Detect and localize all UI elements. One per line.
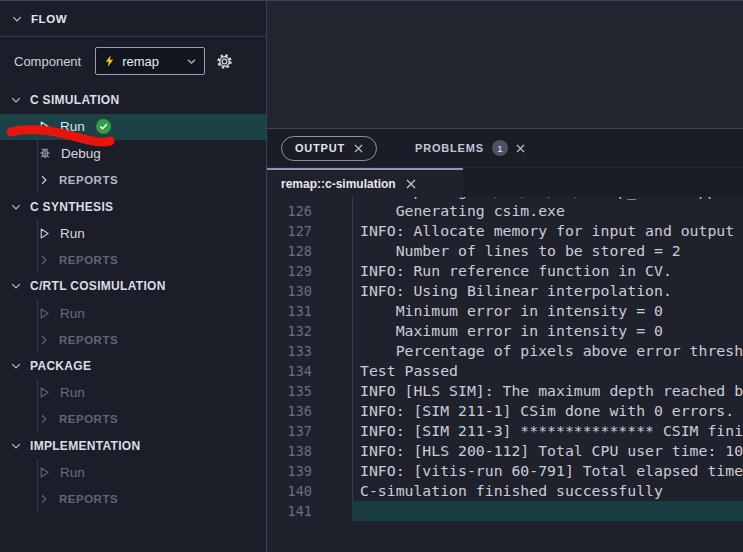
indent-guide [37,114,38,141]
line-number: 132 [267,321,312,341]
component-row: Component remap [0,45,266,77]
component-dropdown[interactable]: remap [95,47,205,75]
chevron-right-icon [38,334,50,346]
line-number: 130 [267,281,312,301]
console-line: 135INFO [HLS SIM]: The maximum depth rea… [267,381,743,401]
line-text: Percentage of pixels above error thresho… [352,341,743,361]
item-label: REPORTS [59,334,118,346]
indent-guide [37,486,38,513]
sidebar-item-c-synthesis-reports[interactable]: REPORTS [0,247,266,274]
line-number: 140 [267,481,312,501]
sidebar-item-c-synthesis-run[interactable]: Run [0,220,266,247]
line-text: Maximum error in intensity = 0 [352,321,743,341]
section-header-package[interactable]: PACKAGE [0,353,266,380]
bug-icon [38,146,52,160]
line-text: INFO: [HLS 200-112] Total CPU user time:… [352,441,743,461]
section-header-c-rtl-cosimulation[interactable]: C/RTL COSIMULATION [0,273,266,300]
section-label: C SIMULATION [30,93,119,107]
line-text: Generating csim.exe [352,201,743,221]
chevron-down-icon [186,56,197,67]
gear-icon[interactable] [215,52,234,71]
line-text: INFO: [SIM 211-1] CSim done with 0 error… [352,401,743,421]
sidebar-item-package-run[interactable]: Run [0,380,266,407]
chevron-down-icon [10,440,22,452]
console-line: 141 [267,501,743,521]
section-label: IMPLEMENTATION [30,439,140,453]
line-text: Number of lines to be stored = 2 [352,241,743,261]
section-header-implementation[interactable]: IMPLEMENTATION [0,433,266,460]
console-line: 133 Percentage of pixels above error thr… [267,341,743,361]
item-label: REPORTS [59,413,118,425]
item-label: Run [60,119,85,134]
success-check-icon [96,119,111,134]
item-label: Run [60,226,85,241]
play-icon [38,386,51,399]
console-line: 134Test Passed [267,361,743,381]
flow-panel-header[interactable]: FLOW [0,1,266,37]
chevron-down-icon [10,94,22,106]
vitis-ide-window: FLOW Component remap C SIMUL [0,0,743,552]
section-header-c-synthesis[interactable]: C SYNTHESIS [0,193,266,220]
flow-panel-title: FLOW [31,13,67,25]
line-text: INFO: [SIM 211-3] *************** CSIM f… [352,421,743,441]
line-number: 126 [267,201,312,221]
panel-tab-bar: OUTPUT PROBLEMS 1 [267,129,743,167]
play-icon [38,466,51,479]
chevron-right-icon [38,493,50,505]
console-line: 132 Maximum error in intensity = 0 [267,321,743,341]
close-icon[interactable] [354,144,363,153]
editor-empty-area [267,1,743,129]
close-icon[interactable] [516,144,525,153]
section-label: C/RTL COSIMULATION [30,279,166,293]
chevron-down-icon [10,360,22,372]
console-line: 137INFO: [SIM 211-3] *************** CSI… [267,421,743,441]
console-line: 131 Minimum error in intensity = 0 [267,301,743,321]
sidebar-item-c-rtl-cosimulation-run[interactable]: Run [0,300,266,327]
play-icon [38,120,51,133]
sidebar-item-c-simulation-run[interactable]: Run [0,114,266,141]
sidebar-item-c-simulation-reports[interactable]: REPORTS [0,167,266,194]
sidebar-item-c-rtl-cosimulation-reports[interactable]: REPORTS [0,326,266,353]
console-output[interactable]: Compiling ../../../../remap_accel.cpp in… [267,197,743,552]
section-label: C SYNTHESIS [30,200,113,214]
tab-output[interactable]: OUTPUT [281,136,377,161]
tab-problems[interactable]: PROBLEMS 1 [415,140,525,156]
line-number: 131 [267,301,312,321]
line-text: Minimum error in intensity = 0 [352,301,743,321]
line-number: 127 [267,221,312,241]
indent-guide [37,459,38,486]
output-channel-tab-bar: remap::c-simulation [267,167,743,197]
line-text: INFO: [vitis-run 60-791] Total elapsed t… [352,461,743,481]
indent-guide [37,140,38,167]
chevron-right-icon [38,254,50,266]
item-label: REPORTS [59,493,118,505]
indent-guide [37,380,38,407]
tab-remap-c-simulation[interactable]: remap::c-simulation [267,168,463,197]
chevron-down-icon [11,13,23,25]
line-number: 134 [267,361,312,381]
console-line: 129INFO: Run reference function in CV. [267,261,743,281]
sidebar-item-package-reports[interactable]: REPORTS [0,406,266,433]
flow-sidebar: FLOW Component remap C SIMUL [0,1,267,552]
line-text: INFO: Run reference function in CV. [352,261,743,281]
item-label: Run [60,306,85,321]
indent-guide [37,167,38,194]
indent-guide [37,247,38,274]
sidebar-item-c-simulation-debug[interactable]: Debug [0,140,266,167]
sidebar-item-implementation-reports[interactable]: REPORTS [0,486,266,513]
component-label: Component [14,54,81,69]
chevron-down-icon [10,280,22,292]
close-icon[interactable] [406,179,416,189]
line-number: 139 [267,461,312,481]
section-header-c-simulation[interactable]: C SIMULATION [0,87,266,114]
console-line: 126 Generating csim.exe [267,201,743,221]
console-line: 140C-simulation finished successfully [267,481,743,501]
item-label: REPORTS [59,174,118,186]
chevron-right-icon [38,413,50,425]
lightning-bolt-icon [103,54,116,68]
console-line: 130INFO: Using Bilinear interpolation. [267,281,743,301]
sidebar-item-implementation-run[interactable]: Run [0,459,266,486]
line-number: 135 [267,381,312,401]
indent-guide [37,326,38,353]
console-line: 139INFO: [vitis-run 60-791] Total elapse… [267,461,743,481]
